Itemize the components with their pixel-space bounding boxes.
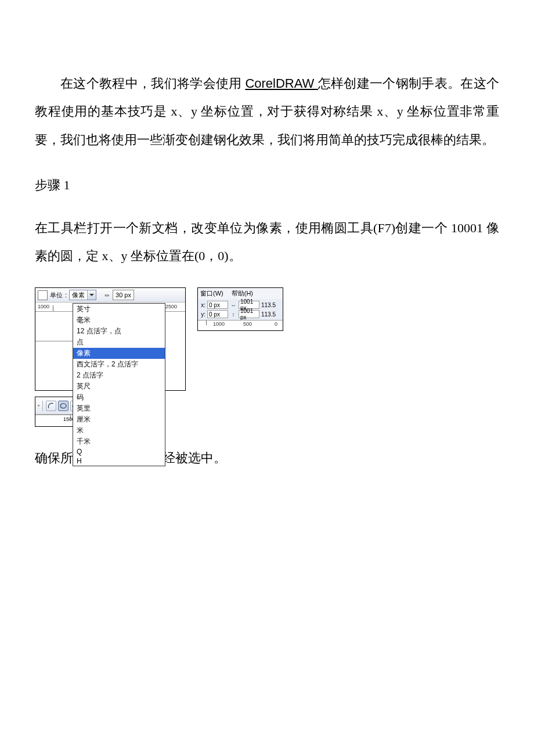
- dd-item[interactable]: 厘米: [73, 414, 165, 425]
- h-field[interactable]: 1001 px: [239, 310, 259, 318]
- dd-item[interactable]: 英里: [73, 403, 165, 414]
- r2-500: 500: [243, 321, 252, 327]
- dd-item[interactable]: 毫米: [73, 315, 165, 326]
- svg-point-0: [60, 404, 66, 408]
- y-label: y:: [200, 311, 205, 318]
- dd-item[interactable]: 西文活字，2 点活字: [73, 359, 165, 370]
- page-icon: [38, 290, 48, 300]
- combo-arrow-icon[interactable]: [87, 290, 96, 300]
- y-field[interactable]: 0 px: [207, 310, 228, 318]
- screenshot-coords-bar: 窗口(W) 帮助(H) x: 0 px ↔ 1001 px 113.5 y: 0…: [197, 287, 283, 331]
- coreldraw-link: CorelDRAW: [245, 76, 317, 91]
- figures-block: 单位: 像素 ⇔ 30 px 1000 2500: [35, 287, 499, 427]
- r2-0: 0: [275, 321, 277, 327]
- y-value: 0 px: [209, 311, 220, 318]
- menu-fragment: 窗口(W) 帮助(H): [198, 288, 283, 299]
- unit-combo-value: 像素: [70, 291, 87, 300]
- screenshot-unit-dropdown: 单位: 像素 ⇔ 30 px 1000 2500: [35, 287, 186, 391]
- height-arrows-icon: ↕: [230, 311, 237, 318]
- r2-1000: 1000: [213, 321, 225, 327]
- step-1-body: 在工具栏打开一个新文档，改变单位为像素，使用椭圆工具(F7)创建一个 10001…: [35, 214, 499, 271]
- x-field[interactable]: 0 px: [207, 301, 228, 309]
- offset-value: 30 px: [116, 291, 131, 298]
- intro-text-1: 在这个教程中，我们将学会使用: [60, 76, 245, 91]
- unit-combobox[interactable]: 像素: [69, 290, 96, 300]
- width-arrows-icon: ↔: [230, 301, 237, 308]
- dd-item[interactable]: 12 点活字，点: [73, 326, 165, 337]
- dd-item[interactable]: 英寸: [73, 304, 165, 315]
- offset-field[interactable]: 30 px: [113, 290, 134, 300]
- menu-window[interactable]: 窗口(W): [200, 289, 223, 298]
- unit-dropdown-list[interactable]: 英寸 毫米 12 点活字，点 点 像素 西文活字，2 点活字 2 点活字 英尺 …: [73, 303, 165, 466]
- step-1-title: 步骤 1: [35, 171, 499, 199]
- arc-left-button[interactable]: [46, 401, 56, 411]
- divider: [42, 401, 43, 411]
- pct-2: 113.5: [261, 311, 276, 318]
- intro-paragraph: 在这个教程中，我们将学会使用 CorelDRAW 怎样创建一个钢制手表。在这个教…: [35, 70, 499, 154]
- dd-item[interactable]: Q: [73, 447, 165, 456]
- ruler-1000: 1000: [38, 304, 49, 309]
- dd-item[interactable]: H: [73, 456, 165, 466]
- pct-1: 113.5: [261, 302, 276, 308]
- h-value: 1001 px: [240, 308, 258, 321]
- dd-item[interactable]: 米: [73, 425, 165, 436]
- x-label: x:: [200, 302, 205, 308]
- ruler-2500: 2500: [165, 304, 177, 309]
- offset-icon: ⇔: [103, 291, 110, 298]
- unit-label: 单位: [50, 291, 63, 300]
- menu-help[interactable]: 帮助(H): [232, 289, 253, 298]
- dot-icon: [38, 405, 39, 406]
- x-value: 0 px: [209, 302, 220, 308]
- ruler-bottom-2: 1000 500 0: [198, 320, 283, 330]
- dd-item[interactable]: 2 点活字: [73, 370, 165, 381]
- dd-item[interactable]: 点: [73, 337, 165, 348]
- dd-item[interactable]: 码: [73, 392, 165, 403]
- dd-item[interactable]: 千米: [73, 436, 165, 447]
- dd-item-selected[interactable]: 像素: [73, 348, 165, 359]
- dd-item[interactable]: 英尺: [73, 381, 165, 392]
- ellipse-button[interactable]: [58, 401, 68, 411]
